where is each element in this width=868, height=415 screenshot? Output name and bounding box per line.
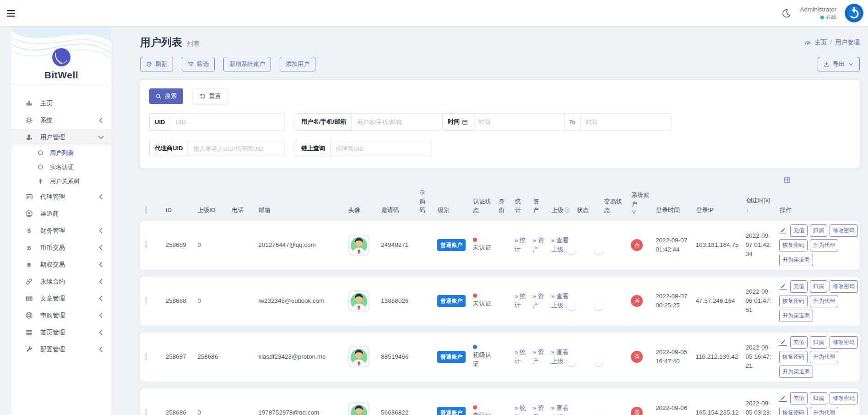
column-header-created_at[interactable]: 创建时间↑ [746,197,774,215]
promote-agent-button[interactable]: 升为代理 [810,239,838,251]
stats-link[interactable]: » 统计 [515,404,526,415]
restore-password-button[interactable]: 恢复密码 [779,351,808,363]
user-info[interactable]: Administrator 在线 [800,5,836,21]
sidebar-item-9[interactable]: 文章管理 [11,290,111,307]
change-password-button[interactable]: 修改密码 [830,224,858,237]
column-header-avatar: 头像 [348,206,375,215]
edit-pencil-icon[interactable] [779,227,787,234]
sidebar-item-10[interactable]: 申购管理 [11,307,111,324]
ownership-button[interactable]: 归属 [810,336,827,349]
assets-link[interactable]: » 资产 [533,293,544,309]
restore-password-button[interactable]: 恢复密码 [779,407,808,415]
stats-link[interactable]: » 统计 [515,237,526,253]
sidebar-item-1[interactable]: 系统 [11,112,111,129]
dark-mode-moon-icon[interactable] [781,8,792,18]
edit-pencil-icon[interactable] [779,283,787,290]
time-to-input[interactable] [580,113,672,131]
dashboard-icon [804,39,811,46]
time-from-input[interactable] [473,113,564,131]
sidebar-item-7[interactable]: ฿期权交易 [11,256,111,273]
view-parent-link[interactable]: » 查看上级... [551,349,569,365]
add-system-account-button[interactable]: 新增系统账户 [223,57,271,71]
edit-pencil-icon[interactable] [779,395,787,402]
hamburger-menu-icon[interactable] [5,8,16,19]
search-submit-button[interactable]: 搜索 [149,88,183,104]
breadcrumb-current[interactable]: 用户管理 [835,38,860,47]
row-checkbox[interactable] [146,409,146,415]
refresh-button[interactable]: 刷新 [140,57,173,71]
promote-channel-button[interactable]: 升为渠道商 [779,310,813,322]
sidebar-item-5[interactable]: $财务管理 [11,222,111,239]
user-avatar-image[interactable] [348,402,369,415]
ownership-button[interactable]: 归属 [810,224,827,237]
row-checkbox[interactable] [146,241,146,249]
sort-ascending-icon[interactable]: ↑ [746,206,774,215]
column-filter-funnel-icon[interactable] [631,210,636,215]
brand-logo[interactable]: BitWell [11,26,111,85]
sidebar-item-3[interactable]: 代理管理 [11,188,111,205]
view-parent-link[interactable]: » 查看上级... [551,237,569,253]
promote-channel-button[interactable]: 升为渠道商 [779,366,813,378]
sidebar-item-0[interactable]: 主页 [11,95,111,112]
sidebar-item-12[interactable]: 配置管理 [11,341,111,358]
change-password-button[interactable]: 修改密码 [830,280,858,293]
promote-channel-button[interactable]: 升为渠道商 [779,254,813,266]
cell-id: 258688 [166,296,191,306]
user-avatar-image[interactable] [348,346,369,367]
recharge-button[interactable]: 充值 [790,224,808,237]
search-reset-button[interactable]: 重置 [193,88,228,104]
change-password-button[interactable]: 修改密码 [830,336,858,349]
assets-link[interactable]: » 资产 [533,237,544,253]
select-all-checkbox[interactable] [146,206,146,214]
change-password-button[interactable]: 修改密码 [830,392,858,404]
cell-login-ip: 47.57.246.164 [695,296,739,306]
sidebar-item-label: 永续合约 [40,278,90,286]
view-parent-link[interactable]: » 查看上级... [551,293,569,309]
chevron-left-icon [97,261,105,268]
promote-agent-button[interactable]: 升为代理 [810,407,838,415]
export-button[interactable]: 导出 [818,57,860,71]
filter-button[interactable]: 筛选 [182,57,215,71]
stats-link[interactable]: » 统计 [515,293,526,309]
column-label: 邮箱 [259,207,271,213]
auth-status: 未认证 [473,294,492,308]
user-avatar[interactable] [845,4,863,22]
stats-link[interactable]: » 统计 [515,349,526,365]
ownership-button[interactable]: 归属 [810,280,827,293]
account-input[interactable] [351,113,443,131]
uid-input[interactable] [170,113,285,131]
sidebar-item-8[interactable]: 永续合约 [11,273,111,290]
sidebar-item-2[interactable]: 用户管理 [11,129,111,146]
user-avatar-image[interactable] [348,290,369,311]
breadcrumb-home[interactable]: 主页 [814,38,827,47]
column-header-status: 状态 [577,206,598,215]
sidebar-subitem-2-1[interactable]: 实名认证 [11,160,111,174]
promote-agent-button[interactable]: 升为代理 [810,295,838,307]
column-header-level: 级别 [438,206,467,215]
sidebar-subitem-2-0[interactable]: 用户列表 [11,146,111,160]
sidebar-item-4[interactable]: 渠道商 [11,205,111,222]
promote-agent-button[interactable]: 升为代理 [810,351,838,363]
user-avatar-image[interactable] [348,235,369,256]
agent-uid-input[interactable] [188,140,285,157]
restore-password-button[interactable]: 恢复密码 [779,295,808,307]
view-parent-link[interactable]: » 查看上级... [551,404,569,415]
restore-password-button[interactable]: 恢复密码 [779,239,808,251]
sidebar-subitem-2-2[interactable]: 用户关系树 [11,174,111,188]
assets-link[interactable]: » 资产 [533,349,544,365]
add-user-button[interactable]: 添加用户 [280,57,315,71]
ownership-button[interactable]: 归属 [810,392,827,404]
auth-status-dot [473,405,477,410]
column-header-login_ip: 登录IP [696,206,740,215]
recharge-button[interactable]: 充值 [790,280,808,293]
recharge-button[interactable]: 充值 [790,392,808,404]
row-checkbox[interactable] [146,353,146,360]
sidebar-item-6[interactable]: B币币交易 [11,239,111,256]
row-checkbox[interactable] [146,297,146,305]
sidebar-item-11[interactable]: 首页管理 [11,324,111,341]
assets-link[interactable]: » 资产 [533,404,544,415]
table-columns-icon[interactable] [783,176,791,184]
edit-pencil-icon[interactable] [779,339,787,346]
recharge-button[interactable]: 充值 [790,336,808,349]
chain-query-input[interactable] [330,140,431,157]
